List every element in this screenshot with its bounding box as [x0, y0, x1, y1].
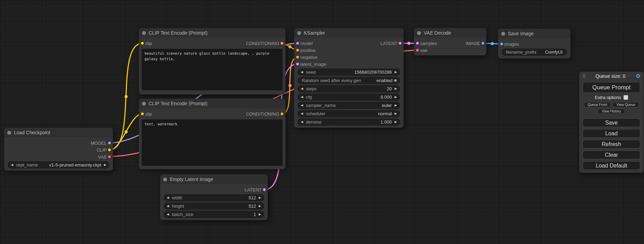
node-ksampler[interactable]: KSampler model LATENT positive negative … — [294, 28, 404, 128]
width-widget[interactable]: ◀ width 512 ▶ — [164, 194, 264, 201]
vae-decode-title-bar[interactable]: VAE Decode — [414, 28, 486, 38]
load-checkpoint-title-bar[interactable]: Load Checkpoint — [4, 128, 113, 137]
increment-arrow-icon[interactable]: ▶ — [259, 213, 261, 216]
slot-row: images — [498, 40, 571, 47]
cfg-widget[interactable]: ◀ cfg 8.000 ▶ — [298, 93, 400, 101]
model-input-port[interactable] — [296, 42, 299, 45]
clear-button[interactable]: Clear — [583, 151, 640, 159]
filename-prefix-widget[interactable]: filename_prefix ComfyUI — [502, 48, 567, 56]
widget-value: normal — [378, 111, 392, 116]
vae-output-port[interactable] — [108, 155, 111, 159]
seed-widget[interactable]: ◀ seed 156680208700286 ▶ — [298, 69, 400, 76]
node-load-checkpoint[interactable]: Load Checkpoint MODEL CLIP VAE ◀ ckpt_na… — [4, 128, 113, 171]
slot-row: samples IMAGE — [414, 40, 486, 47]
load-default-button[interactable]: Load Default — [583, 161, 640, 170]
decrement-arrow-icon[interactable]: ◀ — [167, 196, 169, 199]
increment-arrow-icon[interactable]: ▶ — [259, 196, 261, 199]
decrement-arrow-icon[interactable]: ◀ — [301, 112, 303, 115]
save-button[interactable]: Save — [583, 118, 640, 127]
conditioning-output-port[interactable] — [280, 42, 284, 45]
node-clip-text-encode-positive[interactable]: CLIP Text Encode (Prompt) clip CONDITION… — [139, 28, 285, 94]
image-output-port[interactable] — [481, 42, 485, 45]
node-collapse-dot-icon[interactable] — [163, 178, 167, 181]
widget-name: batch_size — [172, 212, 193, 217]
queue-prompt-button[interactable]: Queue Prompt — [583, 82, 640, 93]
clip-input-port[interactable] — [141, 42, 144, 45]
ckpt-name-widget[interactable]: ◀ ckpt_name v1-5-pruned-emaonly.ckpt ▶ — [8, 161, 109, 169]
conditioning-output-port[interactable] — [280, 112, 284, 116]
queue-front-button[interactable]: Queue Front — [584, 102, 611, 107]
increment-arrow-icon[interactable]: ▶ — [395, 112, 397, 115]
latent-output-port[interactable] — [398, 42, 402, 45]
decrement-arrow-icon[interactable]: ◀ — [301, 71, 303, 74]
increment-arrow-icon[interactable]: ▶ — [104, 163, 106, 166]
node-empty-latent-image[interactable]: Empty Latent Image LATENT ◀ width 512 ▶ … — [160, 174, 268, 220]
node-collapse-dot-icon[interactable] — [297, 31, 301, 35]
latent-image-input-port[interactable] — [296, 62, 299, 66]
widget-value: 1.000 — [381, 119, 392, 125]
view-queue-button[interactable]: View Queue — [612, 102, 639, 107]
model-output-port[interactable] — [108, 141, 111, 145]
ksampler-title-bar[interactable]: KSampler — [294, 28, 404, 38]
link-midpoint-dot — [125, 130, 128, 134]
decrement-arrow-icon[interactable]: ◀ — [167, 213, 169, 216]
slot-row: clip CONDITIONING — [139, 40, 285, 47]
slot-row: MODEL — [4, 139, 113, 146]
decrement-arrow-icon[interactable]: ◀ — [301, 96, 303, 99]
increment-arrow-icon[interactable]: ▶ — [395, 120, 397, 124]
settings-gear-icon[interactable]: ⚙ — [636, 73, 641, 79]
random-seed-toggle[interactable]: Random seed after every gen enabled — [298, 77, 400, 84]
latent-output-port[interactable] — [263, 188, 266, 191]
decrement-arrow-icon[interactable]: ◀ — [301, 120, 303, 124]
increment-arrow-icon[interactable]: ▶ — [395, 71, 397, 74]
node-collapse-dot-icon[interactable] — [142, 31, 146, 35]
clip-text-encode-title-bar[interactable]: CLIP Text Encode (Prompt) — [139, 28, 285, 38]
slot-row: negative — [294, 54, 404, 61]
samples-input-port[interactable] — [416, 42, 419, 45]
toggle-knob-icon[interactable] — [394, 79, 397, 82]
negative-input-port[interactable] — [296, 55, 299, 59]
widget-name: height — [172, 204, 184, 209]
negative-prompt-textarea[interactable]: text, watermark — [142, 119, 283, 166]
decrement-arrow-icon[interactable]: ◀ — [11, 163, 13, 166]
positive-input-port[interactable] — [296, 48, 299, 52]
node-collapse-dot-icon[interactable] — [142, 102, 146, 106]
node-collapse-dot-icon[interactable] — [417, 31, 421, 35]
increment-arrow-icon[interactable]: ▶ — [259, 205, 261, 208]
node-collapse-dot-icon[interactable] — [7, 131, 11, 135]
node-collapse-dot-icon[interactable] — [501, 32, 505, 36]
images-input-label: images — [504, 42, 519, 47]
denoise-widget[interactable]: ◀ denoise 1.000 ▶ — [298, 118, 400, 126]
widget-value: ComfyUI — [545, 49, 563, 55]
clip-output-port[interactable] — [108, 148, 111, 152]
height-widget[interactable]: ◀ height 512 ▶ — [164, 202, 264, 210]
empty-latent-image-title-bar[interactable]: Empty Latent Image — [160, 174, 268, 184]
increment-arrow-icon[interactable]: ▶ — [395, 104, 397, 107]
decrement-arrow-icon[interactable]: ◀ — [301, 87, 303, 90]
node-vae-decode[interactable]: VAE Decode samples IMAGE vae — [414, 28, 486, 55]
decrement-arrow-icon[interactable]: ◀ — [167, 205, 169, 208]
extra-options-checkbox[interactable] — [624, 95, 628, 100]
steps-widget[interactable]: ◀ steps 20 ▶ — [298, 85, 400, 92]
node-graph-canvas[interactable]: Load Checkpoint MODEL CLIP VAE ◀ ckpt_na… — [0, 0, 644, 244]
toggle-name: Random seed after every gen — [302, 78, 361, 83]
clip-input-port[interactable] — [141, 112, 144, 116]
drag-handle-icon[interactable]: ⠿ — [582, 74, 585, 79]
node-title: CLIP Text Encode (Prompt) — [149, 101, 208, 106]
positive-prompt-textarea[interactable]: beautiful scenery nature glass bottle la… — [142, 49, 283, 90]
clip-text-encode-title-bar[interactable]: CLIP Text Encode (Prompt) — [139, 99, 285, 108]
increment-arrow-icon[interactable]: ▶ — [395, 87, 397, 90]
vae-input-port[interactable] — [416, 48, 419, 52]
batch-size-widget[interactable]: ◀ batch_size 1 ▶ — [164, 211, 264, 218]
refresh-button[interactable]: Refresh — [583, 140, 640, 148]
decrement-arrow-icon[interactable]: ◀ — [301, 104, 303, 107]
increment-arrow-icon[interactable]: ▶ — [395, 96, 397, 99]
sampler-name-widget[interactable]: ◀ sampler_name euler ▶ — [298, 102, 400, 109]
scheduler-widget[interactable]: ◀ scheduler normal ▶ — [298, 110, 400, 117]
node-save-image[interactable]: Save Image images filename_prefix ComfyU… — [498, 29, 571, 58]
view-history-button[interactable]: View History — [598, 109, 625, 114]
images-input-port[interactable] — [500, 42, 503, 46]
save-image-title-bar[interactable]: Save Image — [498, 29, 571, 38]
node-clip-text-encode-negative[interactable]: CLIP Text Encode (Prompt) clip CONDITION… — [139, 99, 285, 169]
load-button[interactable]: Load — [583, 129, 640, 138]
